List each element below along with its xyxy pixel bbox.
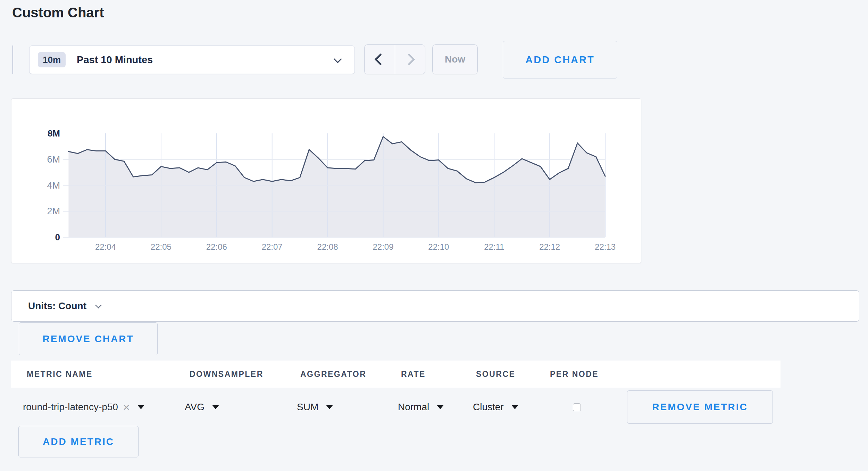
svg-text:22:07: 22:07 <box>262 242 283 251</box>
caret-down-icon <box>437 405 444 409</box>
svg-text:22:08: 22:08 <box>317 242 338 251</box>
svg-text:22:10: 22:10 <box>428 242 449 251</box>
custom-chart-page: Custom Chart 10m Past 10 Minutes Now ADD… <box>0 0 868 471</box>
now-button[interactable]: Now <box>432 44 478 74</box>
col-downsampler: DOWNSAMPLER <box>190 361 264 388</box>
chevron-left-icon <box>375 53 386 65</box>
time-next-button[interactable] <box>395 45 425 74</box>
time-range-badge: 10m <box>38 52 66 67</box>
caret-down-icon <box>137 405 144 409</box>
chevron-down-icon <box>333 55 342 63</box>
rate-value: Normal <box>398 402 429 413</box>
add-chart-button[interactable]: ADD CHART <box>503 41 617 78</box>
time-prev-button[interactable] <box>365 45 395 74</box>
time-range-dropdown[interactable]: 10m Past 10 Minutes <box>29 46 355 74</box>
svg-text:8M: 8M <box>48 128 60 139</box>
svg-text:22:13: 22:13 <box>595 242 616 251</box>
svg-text:6M: 6M <box>47 154 60 165</box>
metric-name-dropdown[interactable]: round-trip-latency-p50 × <box>23 390 144 424</box>
svg-text:2M: 2M <box>47 206 60 216</box>
time-range-label: Past 10 Minutes <box>77 54 153 66</box>
units-dropdown[interactable]: Units: Count <box>11 290 859 322</box>
metrics-table-header: METRIC NAME DOWNSAMPLER AGGREGATOR RATE … <box>11 361 781 388</box>
svg-text:22:12: 22:12 <box>539 242 560 251</box>
col-per-node: PER NODE <box>550 361 599 388</box>
svg-text:22:09: 22:09 <box>373 242 393 251</box>
svg-text:22:06: 22:06 <box>206 242 227 251</box>
svg-text:22:11: 22:11 <box>484 242 504 251</box>
caret-down-icon <box>326 405 333 409</box>
caret-down-icon <box>511 405 518 409</box>
source-dropdown[interactable]: Cluster <box>473 390 518 424</box>
units-label: Units: Count <box>28 300 86 312</box>
col-aggregator: AGGREGATOR <box>300 361 366 388</box>
svg-text:0: 0 <box>55 232 60 242</box>
chevron-right-icon <box>403 53 415 65</box>
svg-text:4M: 4M <box>47 180 60 191</box>
remove-chart-button[interactable]: REMOVE CHART <box>19 322 158 355</box>
col-source: SOURCE <box>476 361 515 388</box>
rate-dropdown[interactable]: Normal <box>398 390 444 424</box>
svg-text:22:05: 22:05 <box>151 242 172 251</box>
page-title: Custom Chart <box>12 5 104 20</box>
per-node-checkbox[interactable] <box>573 403 581 411</box>
downsampler-value: AVG <box>185 402 205 413</box>
col-rate: RATE <box>401 361 426 388</box>
col-metric-name: METRIC NAME <box>27 361 93 388</box>
metric-name-value: round-trip-latency-p50 <box>23 402 118 413</box>
time-nav-group <box>364 44 425 74</box>
table-row: round-trip-latency-p50 × AVG SUM Normal … <box>0 390 868 424</box>
svg-text:22:04: 22:04 <box>95 242 116 251</box>
aggregator-value: SUM <box>297 402 318 413</box>
controls-accent-bar <box>12 46 13 74</box>
chevron-down-icon <box>95 302 101 308</box>
timeseries-chart: 8M6M4M2M022:0422:0522:0622:0722:0822:092… <box>11 99 641 263</box>
clear-metric-icon[interactable]: × <box>123 401 130 413</box>
add-metric-button[interactable]: ADD METRIC <box>18 426 139 457</box>
caret-down-icon <box>212 405 219 409</box>
downsampler-dropdown[interactable]: AVG <box>185 390 219 424</box>
source-value: Cluster <box>473 402 504 413</box>
remove-metric-button[interactable]: REMOVE METRIC <box>627 390 773 424</box>
chart-card: 8M6M4M2M022:0422:0522:0622:0722:0822:092… <box>11 98 641 263</box>
aggregator-dropdown[interactable]: SUM <box>297 390 333 424</box>
